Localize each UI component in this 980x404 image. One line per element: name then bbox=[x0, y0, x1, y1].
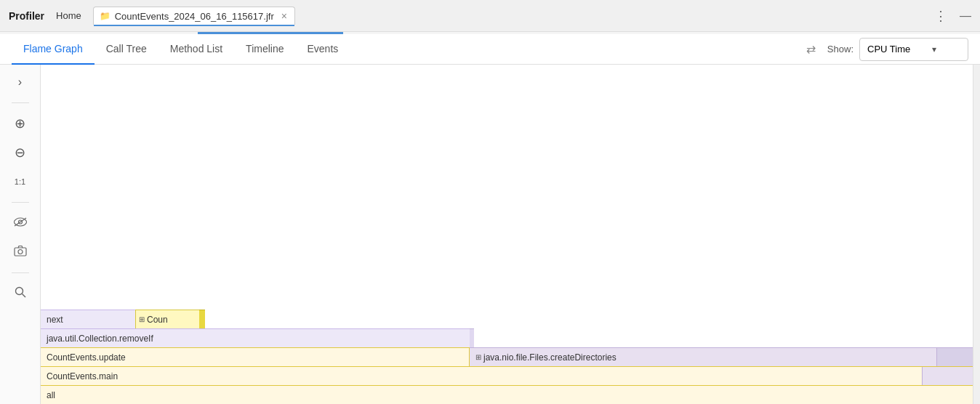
expand-frame-icon: ⊞ bbox=[475, 353, 481, 361]
zoom-out-icon: ⊖ bbox=[15, 145, 25, 161]
show-dropdown[interactable]: CPU Time ▾ bbox=[859, 38, 968, 61]
file-tab[interactable]: 📁 CountEvents_2024_06_16_115617.jfr × bbox=[93, 7, 295, 25]
toolbar-divider-3 bbox=[12, 272, 29, 273]
eye-icon bbox=[14, 217, 27, 230]
show-value: CPU Time bbox=[867, 44, 910, 54]
tab-filename: CountEvents_2024_06_16_115617.jfr bbox=[115, 11, 274, 22]
table-row[interactable]: CountEvents.update ⊞ java.nio.file.Files… bbox=[41, 347, 973, 366]
main-frame[interactable]: CountEvents.main bbox=[41, 366, 973, 385]
frame-tail bbox=[936, 348, 973, 366]
all-frame[interactable]: all bbox=[41, 385, 973, 404]
table-row[interactable]: CountEvents.main bbox=[41, 366, 973, 385]
frame-label: java.util.Collection.removeIf bbox=[47, 334, 153, 344]
reset-zoom-label: 1:1 bbox=[15, 177, 25, 186]
table-row[interactable]: java.util.Collection.removeIf bbox=[41, 328, 973, 347]
swap-icon[interactable]: ⇄ bbox=[806, 42, 816, 56]
show-section: ⇄ Show: CPU Time ▾ bbox=[806, 38, 968, 61]
frame-bar-accent bbox=[199, 310, 205, 328]
frame-tail bbox=[922, 367, 973, 385]
next-frame[interactable]: next bbox=[41, 310, 135, 328]
frame-label: CountEvents.update bbox=[47, 352, 126, 363]
frame-label: java.nio.file.Files.createDirectories bbox=[483, 352, 616, 363]
toolbar-divider-2 bbox=[12, 202, 29, 203]
update-frame[interactable]: CountEvents.update bbox=[41, 347, 470, 366]
svg-point-4 bbox=[15, 288, 23, 295]
zoom-out-button[interactable]: ⊖ bbox=[9, 141, 32, 164]
tab-events[interactable]: Events bbox=[296, 34, 350, 65]
left-toolbar: › ⊕ ⊖ 1:1 bbox=[0, 65, 41, 404]
zoom-in-icon: ⊕ bbox=[15, 116, 25, 132]
table-row[interactable]: next ⊞ Coun bbox=[41, 310, 973, 328]
flame-graph-canvas[interactable]: next ⊞ Coun java.util.Collection.removeI… bbox=[41, 65, 973, 404]
folder-icon: 📁 bbox=[100, 11, 111, 21]
title-bar: Profiler Home 📁 CountEvents_2024_06_16_1… bbox=[0, 0, 980, 32]
svg-line-5 bbox=[22, 294, 25, 298]
reset-zoom-button[interactable]: 1:1 bbox=[9, 170, 32, 193]
expand-frame-icon: ⊞ bbox=[139, 315, 145, 323]
nav-tabs-bar: Flame Graph Call Tree Method List Timeli… bbox=[0, 34, 980, 65]
tab-close-button[interactable]: × bbox=[281, 10, 287, 22]
search-icon bbox=[15, 286, 26, 301]
chevron-down-icon: ▾ bbox=[932, 44, 936, 54]
main-content-area: › ⊕ ⊖ 1:1 bbox=[0, 65, 980, 404]
expand-icon: › bbox=[18, 76, 22, 89]
minimize-button[interactable]: — bbox=[960, 9, 971, 23]
svg-rect-2 bbox=[15, 248, 26, 256]
camera-icon bbox=[14, 245, 27, 259]
vertical-scrollbar[interactable] bbox=[973, 65, 980, 404]
table-row[interactable]: all bbox=[41, 385, 973, 404]
app-name: Profiler bbox=[9, 10, 44, 22]
svg-point-3 bbox=[18, 250, 23, 254]
frame-label: all bbox=[47, 390, 55, 400]
coun-frame[interactable]: ⊞ Coun bbox=[135, 310, 199, 328]
tab-call-tree[interactable]: Call Tree bbox=[95, 34, 158, 65]
tab-timeline[interactable]: Timeline bbox=[234, 34, 295, 65]
collection-frame[interactable]: java.util.Collection.removeIf bbox=[41, 328, 470, 347]
home-link[interactable]: Home bbox=[56, 10, 81, 21]
frame-label: next bbox=[47, 315, 63, 325]
frame-label: CountEvents.main bbox=[47, 371, 118, 381]
toolbar-divider-1 bbox=[12, 102, 29, 103]
eye-button[interactable] bbox=[9, 211, 32, 235]
create-dirs-frame[interactable]: ⊞ java.nio.file.Files.createDirectories bbox=[470, 347, 973, 366]
frame-spacer bbox=[470, 328, 474, 347]
more-options-button[interactable]: ⋮ bbox=[934, 8, 948, 24]
search-button[interactable] bbox=[9, 282, 32, 305]
frame-label: Coun bbox=[147, 315, 168, 325]
tab-method-list[interactable]: Method List bbox=[158, 34, 234, 65]
tab-flame-graph[interactable]: Flame Graph bbox=[12, 34, 95, 65]
show-label: Show: bbox=[827, 44, 854, 54]
camera-button[interactable] bbox=[9, 241, 32, 264]
expand-button[interactable]: › bbox=[9, 70, 32, 94]
flame-bars: next ⊞ Coun java.util.Collection.removeI… bbox=[41, 310, 973, 404]
zoom-in-button[interactable]: ⊕ bbox=[9, 112, 32, 135]
